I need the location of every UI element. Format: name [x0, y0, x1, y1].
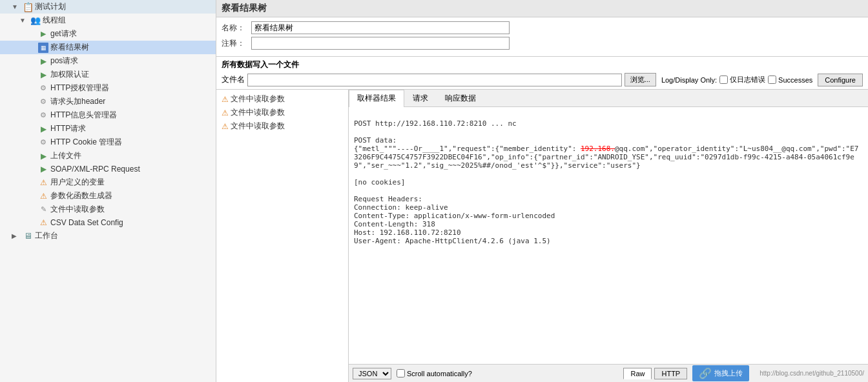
plan-icon: 📋 — [23, 2, 33, 12]
spacer — [26, 191, 36, 201]
app-container: ▼ 📋 测试计划 ▼ 👥 线程组 ▶ get请求 ▦ — [0, 0, 868, 382]
spacer — [26, 151, 36, 161]
file-name-label: 文件名 — [222, 74, 245, 85]
result-label-3: 文件中读取参数 — [231, 121, 285, 132]
tree-label: pos请求 — [50, 55, 78, 66]
tab-request[interactable]: 请求 — [404, 90, 437, 106]
file-section-title: 所有数据写入一个文件 — [222, 59, 863, 70]
result-item-3[interactable]: ⚠ 文件中读取参数 — [219, 119, 346, 133]
tab-response[interactable]: 响应数据 — [437, 90, 484, 106]
tree-label: HTTP请求 — [50, 123, 86, 134]
spacer — [26, 177, 36, 188]
tree-item-view-result[interactable]: ▦ 察看结果树 — [0, 41, 216, 54]
scroll-checkbox[interactable] — [397, 369, 405, 377]
comment-input[interactable] — [251, 37, 510, 50]
tree-label: HTTP Cookie 管理器 — [50, 137, 122, 148]
spacer — [26, 137, 36, 148]
tree-item-thread-group[interactable]: ▼ 👥 线程组 — [0, 14, 216, 27]
upload-label: 拖拽上传 — [714, 368, 743, 378]
post-data-label: POST data: — [354, 136, 397, 145]
sampler-icon: ▶ — [38, 56, 48, 66]
tree-label: 加权限认证 — [50, 69, 89, 80]
scroll-check-group: Scroll automatically? — [397, 369, 472, 377]
file-section: 所有数据写入一个文件 文件名 浏览... Log/Display Only: 仅… — [216, 57, 868, 90]
tree-item-http-info[interactable]: ⚙ HTTP信息头管理器 — [0, 108, 216, 122]
file-input[interactable] — [247, 74, 622, 86]
errors-label: 仅日志错误 — [730, 75, 765, 85]
spacer — [26, 217, 36, 228]
tree-item-file-param[interactable]: ✎ 文件中读取参数 — [0, 203, 216, 216]
workbench-icon: 🖥 — [23, 231, 33, 241]
request-headers-label: Request Headers: — [354, 195, 422, 203]
warning-icon-3: ⚠ — [222, 122, 229, 131]
tree-label: 请求头加header — [50, 96, 105, 107]
tree-label: 参数化函数生成器 — [50, 190, 112, 201]
results-content: 取样器结果 请求 响应数据 POST http://192.168.110.72… — [349, 90, 868, 382]
tree-item-param-gen[interactable]: ⚠ 参数化函数生成器 — [0, 189, 216, 203]
config-icon: ✎ — [38, 205, 48, 215]
upload-button[interactable]: 🔗 拖拽上传 — [692, 365, 749, 381]
config-icon: ⚙ — [38, 97, 48, 107]
tab-sampler-result[interactable]: 取样器结果 — [349, 90, 404, 107]
sampler-icon: ▶ — [38, 124, 48, 134]
spacer: ▶ — [10, 231, 21, 241]
tree-label: 线程组 — [43, 15, 66, 26]
spacer — [26, 56, 36, 66]
tree-item-header[interactable]: ⚙ 请求头加header — [0, 95, 216, 108]
config-icon: ⚙ — [38, 137, 48, 148]
browse-button[interactable]: 浏览... — [625, 73, 656, 86]
tree-item-pos[interactable]: ▶ pos请求 — [0, 54, 216, 68]
tree-item-plan[interactable]: ▼ 📋 测试计划 — [0, 0, 216, 14]
panel-title: 察看结果树 — [222, 3, 267, 14]
tree-label: 上传文件 — [50, 150, 81, 161]
comment-row: 注释： — [222, 37, 863, 50]
footer-link: http://blog.csdn.net/github_2110500/ — [760, 370, 864, 377]
bottom-tab-http[interactable]: HTTP — [654, 368, 687, 379]
tree-label: 察看结果树 — [50, 42, 89, 53]
errors-checkbox[interactable] — [719, 75, 728, 84]
main-area: ▼ 📋 测试计划 ▼ 👥 线程组 ▶ get请求 ▦ — [0, 0, 868, 382]
tree-item-csv[interactable]: ⚠ CSV Data Set Config — [0, 216, 216, 229]
tree-item-get[interactable]: ▶ get请求 — [0, 27, 216, 41]
format-select[interactable]: JSON XML Text — [353, 368, 391, 379]
results-tree: ⚠ 文件中读取参数 ⚠ 文件中读取参数 ⚠ 文件中读取参数 — [216, 90, 349, 382]
tree-item-http-auth[interactable]: ⚙ HTTP授权管理器 — [0, 81, 216, 95]
result-item-1[interactable]: ⚠ 文件中读取参数 — [219, 92, 346, 106]
spacer — [26, 124, 36, 134]
tree-label: 文件中读取参数 — [50, 204, 105, 215]
spacer — [26, 43, 36, 53]
successes-checkbox[interactable] — [768, 75, 776, 84]
tree-label: CSV Data Set Config — [50, 218, 123, 227]
content-display: POST http://192.168.110.72:8210 ... nc P… — [349, 107, 868, 364]
results-area: ⚠ 文件中读取参数 ⚠ 文件中读取参数 ⚠ 文件中读取参数 — [216, 90, 868, 382]
tree-item-cookie[interactable]: ⚙ HTTP Cookie 管理器 — [0, 136, 216, 149]
tree-item-soap[interactable]: ▶ SOAP/XML-RPC Request — [0, 163, 216, 176]
tree-item-upload[interactable]: ▶ 上传文件 — [0, 149, 216, 163]
no-cookies: [no cookies] — [354, 178, 405, 186]
host-header: Host: 192.168.110.72:8210 — [354, 228, 461, 237]
configure-button[interactable]: Configure — [818, 74, 863, 86]
user-agent-header: User-Agent: Apache-HttpClient/4.2.6 (jav… — [354, 237, 551, 245]
spacer — [26, 70, 36, 80]
bottom-tabs: Raw HTTP — [623, 368, 687, 379]
name-input[interactable] — [251, 21, 510, 34]
tree-label: HTTP授权管理器 — [50, 83, 109, 94]
config-icon: ⚙ — [38, 110, 48, 121]
bottom-tab-raw[interactable]: Raw — [623, 368, 652, 379]
result-item-2[interactable]: ⚠ 文件中读取参数 — [219, 106, 346, 119]
spacer — [26, 83, 36, 94]
tree-label: HTTP信息头管理器 — [50, 110, 117, 121]
tree-label: 工作台 — [35, 230, 58, 241]
tree-item-user-vars[interactable]: ⚠ 用户定义的变量 — [0, 176, 216, 189]
tree-item-http-req[interactable]: ▶ HTTP请求 — [0, 122, 216, 136]
tree-item-workbench[interactable]: ▶ 🖥 工作台 — [0, 229, 216, 243]
tree-item-auth[interactable]: ▶ 加权限认证 — [0, 68, 216, 81]
expand-icon: ▼ — [10, 2, 21, 12]
tabs-bar: 取样器结果 请求 响应数据 — [349, 90, 868, 107]
tree-label: 测试计划 — [35, 1, 66, 12]
form-area: 名称： 注释： — [216, 17, 868, 57]
spacer — [26, 164, 36, 174]
warning-icon: ⚠ — [38, 177, 48, 188]
config-icon: ⚙ — [38, 83, 48, 94]
scroll-label: Scroll automatically? — [407, 370, 472, 377]
